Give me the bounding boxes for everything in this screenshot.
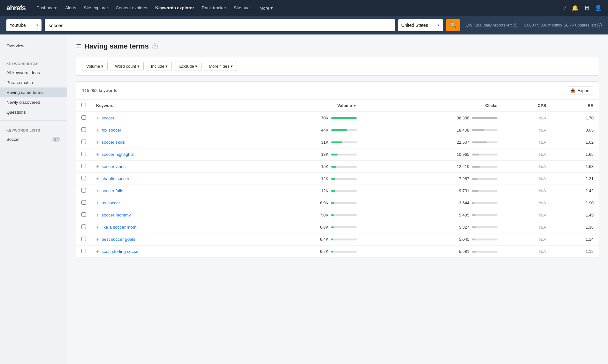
col-header-volume[interactable]: Volume ▼ [231,100,362,112]
row-checkbox-9[interactable] [81,224,86,229]
row-checkbox-4[interactable] [81,164,86,168]
row-checkbox-1[interactable] [81,127,86,132]
keyword-link-5[interactable]: shaolin soccer [102,176,129,181]
nav-site-explorer[interactable]: Site explorer [81,4,111,12]
daily-reports-help-icon[interactable]: ? [513,23,517,27]
row-checkbox-10[interactable] [81,237,86,241]
search-input[interactable] [45,19,395,31]
sidebar-item-soccer-list[interactable]: Soccer 27 [0,134,67,144]
nav-dashboard[interactable]: Dashboard [33,4,61,12]
row-checkbox-5[interactable] [81,176,86,180]
volume-value-1: 44K [316,128,329,133]
clicks-bar-8 [472,214,498,216]
row-checkbox-6[interactable] [81,188,86,193]
add-keyword-btn-7[interactable]: + [96,201,99,206]
keyword-link-8[interactable]: soccer mommy [102,213,131,217]
add-keyword-btn-2[interactable]: + [96,140,99,145]
add-keyword-btn-6[interactable]: + [96,188,99,193]
include-filter-btn[interactable]: Include ▾ [147,62,172,71]
monthly-serp-info: 5,000 / 5,000 monthly SERP updates left … [524,23,602,27]
keyword-link-7[interactable]: us soccer [102,201,120,205]
row-checkbox-7[interactable] [81,200,86,205]
logo-suffix: hrefs [10,4,26,12]
add-keyword-btn-8[interactable]: + [96,213,99,218]
add-keyword-btn-1[interactable]: + [96,128,99,133]
nav-keywords-explorer[interactable]: Keywords explorer [152,4,197,12]
col-header-cps[interactable]: CPS [503,100,551,112]
sidebar-item-newly-discovered[interactable]: Newly discovered [0,97,67,107]
volume-bar-1 [331,129,357,131]
export-label: Export [577,88,589,93]
keyword-link-10[interactable]: best soccer goals [102,237,135,242]
row-checkbox-2[interactable] [81,140,86,144]
hamburger-icon[interactable]: ☰ [76,43,81,50]
keyword-link-0[interactable]: soccer [102,116,114,120]
add-keyword-btn-10[interactable]: + [96,237,99,242]
sidebar-item-having-same-terms[interactable]: Having same terms [0,87,67,97]
sidebar-item-overview[interactable]: Overview [0,41,67,51]
keyword-link-4[interactable]: soccer vines [102,164,125,169]
source-dropdown[interactable]: Youtube Google Bing Amazon [6,19,42,31]
add-keyword-btn-4[interactable]: + [96,164,99,169]
rr-value-9: 1.38 [551,221,599,233]
add-keyword-btn-0[interactable]: + [96,116,99,121]
notifications-icon[interactable]: 🔔 [572,4,579,11]
nav-alerts[interactable]: Alerts [62,4,80,12]
help-icon[interactable]: ? [563,5,566,11]
add-keyword-btn-3[interactable]: + [96,152,99,157]
table-row: + shaolin soccer 12K 7,957 N/A1.21 [76,173,599,185]
user-icon[interactable]: 👤 [595,4,602,11]
select-all-checkbox[interactable] [81,103,86,107]
keyword-link-9[interactable]: like a soccer mom [102,225,136,230]
col-header-clicks[interactable]: Clicks [362,100,503,112]
display-icon[interactable]: 🖥 [584,5,589,11]
volume-value-5: 12K [316,176,329,181]
keyword-link-6[interactable]: soccer fails [102,188,123,193]
nav-rank-tracker[interactable]: Rank tracker [199,4,230,12]
exclude-filter-btn[interactable]: Exclude ▾ [175,62,201,71]
row-checkbox-3[interactable] [81,152,86,156]
row-checkbox-0[interactable] [81,115,86,120]
logo-prefix: a [6,4,10,12]
keyword-link-1[interactable]: fox soccer [102,128,121,133]
volume-bar-6 [331,190,357,192]
clicks-value-2: 22,507 [453,140,469,145]
add-keyword-btn-5[interactable]: + [96,176,99,181]
volume-value-11: 6.2K [316,249,329,254]
add-keyword-btn-9[interactable]: + [96,225,99,230]
more-filters-btn[interactable]: More filters ▾ [205,62,237,71]
country-dropdown-wrapper: United States United Kingdom Canada Aust… [398,19,443,31]
nav-more[interactable]: More ▾ [256,4,276,12]
keyword-link-2[interactable]: soccer skills [102,140,125,145]
country-dropdown[interactable]: United States United Kingdom Canada Aust… [398,19,443,31]
clicks-bar-5 [472,178,498,180]
export-button[interactable]: 📥 Export [567,86,593,95]
cps-value-4: N/A [503,161,551,173]
keyword-link-3[interactable]: soccer highlights [102,152,134,157]
table-row: + soccer vines 15K 12,210 N/A1.63 [76,161,599,173]
add-keyword-btn-11[interactable]: + [96,249,99,254]
col-header-rr[interactable]: RR [551,100,599,112]
clicks-bar-10 [472,239,498,240]
page-title-help-icon[interactable]: ? [152,43,158,49]
sidebar-item-all-keywords[interactable]: All keyword ideas [0,68,67,78]
keyword-link-11[interactable]: scott sterling soccer [102,249,140,254]
top-nav: ahrefs Dashboard Alerts Site explorer Co… [0,0,608,16]
sidebar-item-phrase-match[interactable]: Phrase match [0,78,67,87]
logo[interactable]: ahrefs [6,4,26,12]
col-header-keyword[interactable]: Keyword [91,100,231,112]
row-checkbox-11[interactable] [81,249,86,253]
volume-value-6: 12K [316,188,329,193]
sidebar-item-questions[interactable]: Questions [0,107,67,117]
table-container: 115,052 keywords 📥 Export Keyword Volume… [76,81,599,258]
clicks-value-11: 5,581 [453,249,469,254]
volume-filter-btn[interactable]: Volume ▾ [82,62,108,71]
row-checkbox-8[interactable] [81,212,86,217]
nav-content-explorer[interactable]: Content explorer [112,4,151,12]
sidebar-divider-1 [0,54,67,54]
volume-value-2: 31K [316,140,329,145]
word-count-filter-btn[interactable]: Word count ▾ [111,62,144,71]
monthly-serp-help-icon[interactable]: ? [597,23,602,27]
nav-site-audit[interactable]: Site audit [231,4,255,12]
search-button[interactable]: 🔍 [446,19,460,31]
